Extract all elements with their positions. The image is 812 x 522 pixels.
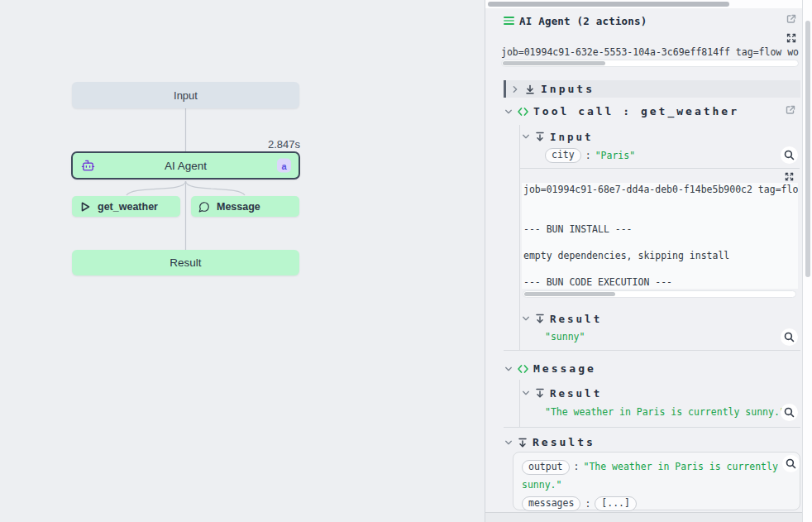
flow-node-input[interactable]: Input xyxy=(72,82,299,108)
expand-icon[interactable] xyxy=(786,33,796,43)
chevron-down-icon xyxy=(504,365,513,373)
panel-bottom-band xyxy=(485,512,802,522)
results-section-header[interactable]: Results xyxy=(504,435,595,449)
log-line: job=01994c91-68e7-dd4a-deb0-f14be5b900c2… xyxy=(523,183,798,196)
log-line xyxy=(523,262,798,275)
tool-call-section-title: Tool call : get_weather xyxy=(533,105,739,117)
separator xyxy=(520,168,800,169)
panel-header: AI Agent (2 actions) xyxy=(504,13,647,28)
play-icon xyxy=(79,201,91,213)
tool-result-value: "sunny" xyxy=(545,331,585,342)
input-subsection-label: Input xyxy=(550,131,594,143)
output-key-pill: output xyxy=(522,460,570,475)
result-node-label: Result xyxy=(170,256,201,269)
message-body: Result "The weather in Paris is currentl… xyxy=(519,380,799,427)
key-value-separator: : xyxy=(585,498,590,510)
chevron-down-icon xyxy=(522,314,530,323)
message-section-title: Message xyxy=(533,362,596,375)
flow-lines-icon xyxy=(504,16,514,26)
flow-node-ai-agent[interactable]: AI Agent a xyxy=(71,151,300,180)
flow-node-result[interactable]: Result xyxy=(72,250,299,275)
ai-agent-node-label: AI Agent xyxy=(73,160,299,172)
separator xyxy=(504,427,800,428)
progress-bar-fill xyxy=(503,61,605,65)
search-icon[interactable] xyxy=(781,146,798,164)
chevron-right-icon xyxy=(511,85,519,93)
message-section-header[interactable]: Message xyxy=(504,362,596,376)
search-icon[interactable] xyxy=(782,455,800,472)
agent-duration-label: 2.847s xyxy=(217,138,300,151)
code-icon xyxy=(518,107,528,117)
chevron-down-icon xyxy=(504,108,513,116)
search-icon[interactable] xyxy=(781,328,798,346)
job-log-block: job=01994c91-68e7-dd4a-deb0-f14be5b900c2… xyxy=(522,183,798,289)
panel-title: AI Agent (2 actions) xyxy=(519,15,647,27)
messages-collapsed-pill[interactable]: [...] xyxy=(595,496,637,511)
log-line: empty dependencies, skipping install xyxy=(523,249,798,262)
key-value-separator: : xyxy=(585,150,591,161)
get-weather-node-label: get_weather xyxy=(98,201,158,213)
flow-node-message[interactable]: Message xyxy=(191,196,299,217)
run-detail-panel: AI Agent (2 actions) job=01994c91-632e-5… xyxy=(485,0,802,522)
tool-call-body: Input city : "Paris" job=01994c9 xyxy=(519,125,799,350)
arrow-down-from-line-icon xyxy=(535,314,545,323)
inputs-section-label: Inputs xyxy=(541,83,595,95)
message-result-row: "The weather in Paris is currently sunny… xyxy=(545,406,786,418)
results-box: output:"The weather in Paris is currentl… xyxy=(513,452,800,510)
input-subsection-header[interactable]: Input xyxy=(522,130,594,143)
code-icon xyxy=(518,364,528,374)
messages-result-row: messages : [...] xyxy=(522,496,793,511)
arg-value: "Paris" xyxy=(595,150,635,161)
separator xyxy=(504,350,800,351)
log-line xyxy=(523,196,798,209)
vertical-scrollbar[interactable] xyxy=(802,0,812,522)
download-icon xyxy=(525,84,535,94)
chevron-down-icon xyxy=(522,132,530,141)
progress-bar xyxy=(523,290,796,298)
inputs-section-row[interactable]: Inputs xyxy=(504,80,800,98)
log-line: --- BUN INSTALL --- xyxy=(523,223,798,236)
flow-canvas[interactable]: Input 2.847s AI Agent a get_weather xyxy=(0,0,485,522)
log-line xyxy=(523,236,798,249)
tool-call-section-header[interactable]: Tool call : get_weather xyxy=(504,104,739,118)
progress-bar-fill xyxy=(524,292,615,296)
message-result-value: "The weather in Paris is currently sunny… xyxy=(545,406,786,418)
messages-key-pill: messages xyxy=(522,496,580,511)
arg-key-pill: city xyxy=(545,148,581,163)
expand-icon[interactable] xyxy=(785,172,794,181)
external-link-icon[interactable] xyxy=(786,14,796,24)
arrow-down-from-line-icon xyxy=(518,438,528,448)
log-line xyxy=(523,209,798,223)
log-line: --- BUN CODE EXECUTION --- xyxy=(523,275,798,289)
progress-bar xyxy=(501,60,799,67)
tool-result-row: "sunny" xyxy=(545,331,585,342)
message-node-label: Message xyxy=(217,201,260,213)
key-value-separator: : xyxy=(574,461,580,472)
external-link-icon[interactable] xyxy=(786,105,795,115)
city-argument-row: city : "Paris" xyxy=(545,148,635,163)
results-section-title: Results xyxy=(533,436,595,448)
arrow-down-from-line-icon xyxy=(535,132,545,141)
job-id-line: job=01994c91-632e-5553-104a-3c69eff814ff… xyxy=(501,46,800,59)
agent-badge: a xyxy=(277,159,291,173)
result-subsection-label: Result xyxy=(550,387,602,400)
message-bubble-icon xyxy=(198,201,210,213)
flow-node-get-weather[interactable]: get_weather xyxy=(72,196,180,217)
windmill-flow-run-screen: Input 2.847s AI Agent a get_weather xyxy=(0,0,812,522)
chevron-down-icon xyxy=(522,389,530,397)
arrow-down-from-line-icon xyxy=(535,388,545,398)
output-result-row: output:"The weather in Paris is currentl… xyxy=(522,457,788,494)
search-icon[interactable] xyxy=(781,404,798,421)
result-subsection-label: Result xyxy=(550,313,602,325)
chevron-down-icon xyxy=(504,438,513,447)
horizontal-scrollbar-thumb[interactable] xyxy=(488,2,729,7)
vertical-scrollbar-thumb[interactable] xyxy=(805,21,810,277)
input-node-label: Input xyxy=(174,89,198,102)
horizontal-scrollbar[interactable] xyxy=(485,0,802,8)
result-subsection-header[interactable]: Result xyxy=(522,312,602,325)
result-subsection-header[interactable]: Result xyxy=(522,386,602,400)
